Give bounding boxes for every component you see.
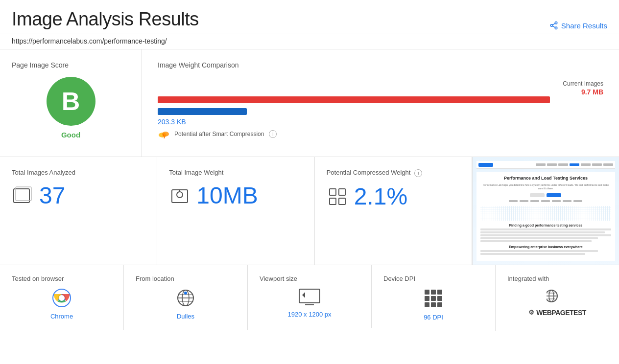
mock-empowering-label: Empowering enterprise business everywher… [480, 245, 611, 249]
integrated-icon-wrap: ⚙ WEBPAGETEST [507, 288, 607, 317]
total-weight-value-row: 10MB [169, 184, 302, 207]
mock-links [480, 200, 611, 202]
svg-rect-34 [425, 302, 429, 307]
webpagetest-logo: ⚙ WEBPAGETEST [528, 309, 586, 317]
share-label: Share Results [561, 22, 607, 30]
bar-container: Current Images 9.7 MB 203.3 KB Potential… [158, 79, 603, 138]
svg-point-0 [555, 22, 557, 24]
mock-nav-items [536, 163, 613, 166]
mock-dot-pattern [480, 206, 611, 221]
total-images-label: Total Images Analyzed [12, 169, 145, 176]
total-weight-label: Total Image Weight [169, 169, 302, 176]
chrome-icon [52, 288, 71, 310]
screenshot-panel: Performance and Load Testing Services Pe… [472, 157, 619, 265]
dpi-panel: Device DPI 96 DPI [372, 265, 496, 331]
location-label: From location [136, 275, 174, 282]
dpi-icon [423, 288, 444, 311]
share-icon [549, 21, 558, 30]
browser-value: Chrome [50, 313, 73, 320]
svg-point-24 [184, 292, 187, 295]
mock-buttons [480, 193, 611, 197]
svg-rect-15 [339, 198, 345, 205]
current-images-label: Current Images [563, 80, 603, 87]
total-weight-panel: Total Image Weight 10MB [157, 157, 314, 265]
svg-rect-33 [437, 296, 442, 301]
current-label: Current Images [563, 79, 603, 88]
url-text: https://performancelabus.com/performance… [12, 37, 167, 45]
dpi-label: Device DPI [383, 275, 415, 282]
score-rating: Good [12, 131, 130, 139]
mock-finding-label: Finding a good performance testing servi… [480, 224, 611, 227]
mock-navbar [476, 161, 615, 169]
current-bar [158, 96, 550, 103]
dpi-value: 96 DPI [424, 314, 443, 321]
svg-rect-12 [330, 189, 336, 195]
location-icon-wrap: Dulles [136, 288, 236, 320]
smart-compression-icon [158, 130, 171, 138]
total-images-panel: Total Images Analyzed 37 [0, 157, 157, 265]
webpagetest-icon [547, 288, 568, 306]
viewport-panel: Viewport size 1920 x 1200 px [248, 265, 372, 328]
mock-text-2 [480, 250, 611, 255]
current-value: 9.7 MB [581, 88, 603, 96]
screenshot-mock: Performance and Load Testing Services Pe… [473, 157, 619, 265]
svg-rect-36 [437, 302, 442, 307]
svg-rect-14 [330, 198, 336, 205]
browser-icon-wrap: Chrome [12, 288, 112, 320]
svg-point-2 [555, 27, 557, 29]
location-icon [176, 288, 195, 310]
integrated-panel: Integrated with ⚙ WEBPAGETEST [496, 265, 619, 326]
stats-section: Total Images Analyzed 37 Total Image Wei… [0, 157, 619, 265]
compressed-weight-panel: Potential Compressed Weight i 2.1% [315, 157, 472, 265]
compressed-weight-value-row: 2.1% [327, 185, 460, 208]
top-section: Page Image Score B Good Image Weight Com… [0, 49, 619, 157]
browser-label: Tested on browser [12, 275, 64, 282]
score-label: Page Image Score [12, 61, 69, 69]
mock-text-1 [480, 228, 611, 242]
url-bar: https://performancelabus.com/performance… [0, 33, 619, 49]
score-circle: B [47, 77, 95, 126]
comparison-title: Image Weight Comparison [158, 61, 603, 69]
total-images-number: 37 [39, 184, 65, 207]
viewport-icon-wrap: 1920 x 1200 px [260, 288, 359, 318]
grid-icon [327, 186, 348, 207]
svg-rect-32 [431, 296, 436, 301]
viewport-icon [298, 288, 321, 308]
svg-rect-29 [431, 290, 436, 295]
potential-label-row: Potential after Smart Compression i [158, 130, 277, 138]
info-icon-compressed[interactable]: i [414, 169, 422, 177]
integrated-label: Integrated with [507, 275, 549, 282]
compressed-weight-label: Potential Compressed Weight i [327, 169, 460, 177]
browser-panel: Tested on browser Chrome [0, 265, 124, 330]
info-icon-comparison[interactable]: i [269, 130, 277, 138]
svg-rect-30 [437, 290, 442, 295]
location-panel: From location Dulles [124, 265, 248, 330]
total-images-value-row: 37 [12, 184, 145, 207]
svg-rect-28 [425, 290, 429, 295]
page-title: Image Analysis Results [12, 9, 199, 30]
viewport-value: 1920 x 1200 px [288, 311, 332, 318]
compressed-bar [158, 108, 247, 115]
mock-site-title: Performance and Load Testing Services [480, 176, 611, 182]
svg-rect-25 [299, 289, 320, 303]
bottom-section: Tested on browser Chrome From location [0, 265, 619, 331]
compressed-weight-number: 2.1% [354, 185, 407, 208]
current-value-display: 9.7 MB [581, 88, 603, 96]
dpi-icon-wrap: 96 DPI [383, 288, 483, 321]
total-weight-number: 10MB [196, 184, 258, 207]
svg-rect-13 [339, 189, 345, 195]
score-circle-wrap: B Good [12, 77, 130, 139]
location-value: Dulles [177, 313, 194, 320]
share-button[interactable]: Share Results [549, 21, 607, 30]
svg-rect-35 [431, 302, 436, 307]
potential-text: Potential after Smart Compression [174, 131, 264, 137]
score-letter: B [62, 87, 80, 116]
svg-line-4 [552, 23, 555, 25]
comparison-panel: Image Weight Comparison Current Images 9… [142, 49, 619, 157]
mock-logo [478, 163, 493, 167]
weight-icon [169, 185, 190, 206]
svg-rect-31 [425, 296, 429, 301]
images-icon [12, 185, 33, 206]
svg-point-18 [59, 295, 65, 301]
compressed-value: 203.3 KB [158, 118, 186, 126]
